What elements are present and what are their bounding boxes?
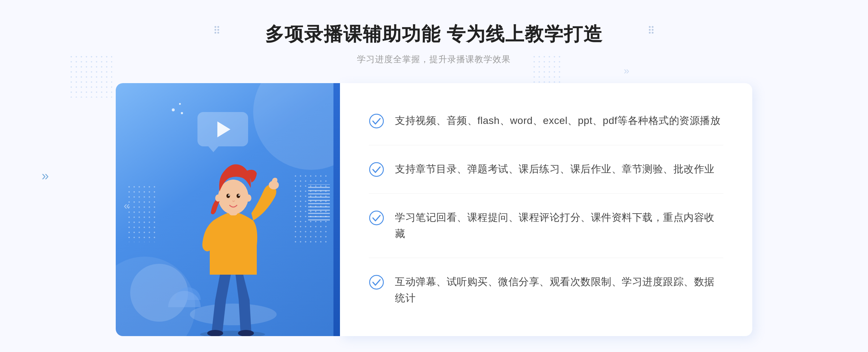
svg-point-16: [370, 275, 383, 289]
illus-dots-left: [127, 184, 156, 242]
svg-point-10: [238, 194, 240, 196]
feature-text-1: 支持视频、音频、flash、word、excel、ppt、pdf等各种格式的资源…: [395, 113, 720, 129]
svg-point-11: [215, 194, 221, 202]
svg-point-14: [370, 163, 383, 176]
dots-decoration-top-left: [69, 54, 112, 98]
accent-bar: [333, 83, 340, 336]
page-container: » » 多项录播课辅助功能 专为线上教学打造: [0, 0, 868, 352]
feature-item-3: 学习笔记回看、课程提问、课程评论打分、课件资料下载，重点内容收藏: [369, 202, 723, 249]
content-panel: 支持视频、音频、flash、word、excel、ppt、pdf等各种格式的资源…: [340, 83, 752, 336]
svg-point-9: [228, 194, 230, 196]
feature-item-1: 支持视频、音频、flash、word、excel、ppt、pdf等各种格式的资源…: [369, 106, 723, 136]
illus-arrow-icon: «: [124, 199, 130, 212]
svg-point-8: [237, 194, 240, 198]
sparkle-3: [181, 112, 183, 114]
svg-point-15: [370, 211, 383, 225]
title-section: 多项录播课辅助功能 专为线上教学打造 学习进度全掌握，提升录播课教学效果: [265, 22, 603, 65]
figure-illustration: [179, 141, 288, 336]
feature-text-2: 支持章节目录、弹题考试、课后练习、课后作业、章节测验、批改作业: [395, 161, 715, 177]
svg-point-0: [190, 304, 277, 325]
check-icon-1: [369, 113, 384, 129]
feature-text-3: 学习笔记回看、课程提问、课程评论打分、课件资料下载，重点内容收藏: [395, 210, 723, 242]
play-icon: [217, 121, 230, 137]
arrow-right-decoration: »: [624, 65, 629, 77]
divider-1: [369, 145, 723, 145]
check-icon-4: [369, 275, 384, 290]
title-decoration-left: [214, 26, 219, 34]
check-icon-2: [369, 162, 384, 177]
svg-point-7: [226, 194, 230, 198]
sparkle-2: [179, 103, 181, 105]
content-area: «: [116, 83, 752, 336]
illustration-panel: «: [116, 83, 340, 336]
feature-item-2: 支持章节目录、弹题考试、课后练习、课后作业、章节测验、批改作业: [369, 154, 723, 185]
main-title: 多项录播课辅助功能 专为线上教学打造: [265, 22, 603, 47]
title-decoration-right: [649, 26, 654, 34]
svg-point-13: [370, 114, 383, 128]
sub-title: 学习进度全掌握，提升录播课教学效果: [357, 53, 511, 65]
sparkle-1: [172, 108, 175, 111]
arrow-left-decoration: »: [42, 168, 49, 184]
svg-point-12: [246, 194, 251, 202]
feature-text-4: 互动弹幕、试听购买、微信分享、观看次数限制、学习进度跟踪、数据统计: [395, 274, 723, 306]
divider-3: [369, 258, 723, 258]
check-icon-3: [369, 210, 384, 226]
divider-2: [369, 193, 723, 194]
stripe-decoration: [308, 184, 330, 220]
feature-item-4: 互动弹幕、试听购买、微信分享、观看次数限制、学习进度跟踪、数据统计: [369, 267, 723, 314]
stripe-lines: [308, 184, 330, 220]
